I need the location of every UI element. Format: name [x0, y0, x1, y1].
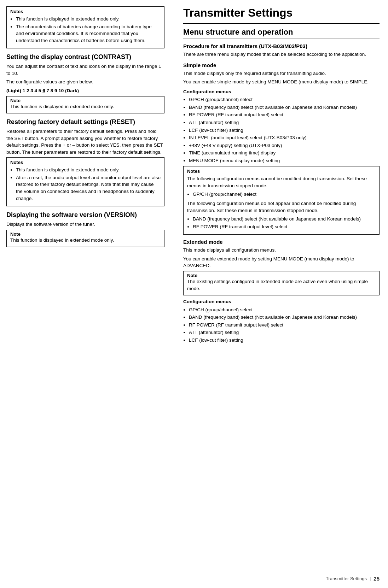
extended-mode-body1: This mode displays all configuration men… — [183, 247, 380, 254]
page-subtitle: Menu structure and operation — [183, 28, 380, 39]
simple-mode-notes-label: Notes — [187, 169, 376, 174]
procedure-title: Procedure for all transmitters (UTX-B03/… — [183, 43, 380, 49]
simple-mode-body1: This mode displays only the required set… — [183, 70, 380, 77]
simple-mode-title: Simple mode — [183, 62, 380, 68]
list-item: GP/CH (group/channel) select — [189, 306, 380, 313]
simple-mode-notes-box: Notes The following configuration menus … — [183, 166, 380, 235]
list-item: RF POWER (RF transmit output level) sele… — [189, 111, 380, 118]
display-contrast-body3: (Light) 1 2 3 4 5 6 7 8 9 10 (Dark) — [6, 87, 164, 94]
list-item: IN LEVEL (audio input level) select (UTX… — [189, 134, 380, 141]
top-notes-box: Notes This function is displayed in exte… — [6, 6, 164, 48]
list-item: GP/CH (group/channel) select — [189, 96, 380, 103]
footer-label: Transmitter Settings — [326, 576, 367, 581]
list-item: The characteristics of batteries change … — [16, 23, 161, 44]
list-item: RF POWER (RF transmit output level) sele… — [193, 223, 376, 230]
extended-mode-note-text: The existing settings configured in exte… — [187, 278, 376, 292]
restoring-title: Restoring factory default settings (RESE… — [6, 118, 164, 126]
software-version-note: Note This function is displayed in exten… — [6, 230, 164, 247]
list-item: BAND (frequency band) select (Not availa… — [193, 216, 376, 223]
list-item: ATT (attenuator) setting — [189, 329, 380, 336]
list-item: This function is displayed in extended m… — [16, 16, 161, 23]
restoring-notes-label: Notes — [10, 160, 161, 165]
list-item: LCF (low-cut filter) setting — [189, 337, 380, 344]
left-column: Notes This function is displayed in exte… — [0, 0, 173, 588]
list-item: After a reset, the audio output level an… — [16, 174, 161, 202]
display-contrast-body1: You can adjust the contrast of text and … — [6, 63, 164, 77]
extended-mode-config-list: GP/CH (group/channel) select BAND (frequ… — [189, 306, 380, 344]
software-version-body1: Displays the software version of the tun… — [6, 221, 164, 228]
simple-mode-notes-list1: GP/CH (group/channel) select — [193, 191, 376, 198]
display-contrast-note-label: Note — [10, 98, 161, 103]
simple-mode-notes-list2: BAND (frequency band) select (Not availa… — [193, 216, 376, 230]
software-version-note-text: This function is displayed in extended m… — [10, 237, 161, 244]
simple-mode-section: Simple mode This mode displays only the … — [183, 62, 380, 235]
software-version-note-label: Note — [10, 231, 161, 237]
top-notes-label: Notes — [10, 9, 161, 14]
extended-mode-section: Extended mode This mode displays all con… — [183, 239, 380, 343]
list-item: ATT (attenuator) setting — [189, 119, 380, 126]
list-item: BAND (frequency band) select (Not availa… — [189, 104, 380, 111]
simple-mode-body2: You can enable simple mode by setting ME… — [183, 78, 380, 86]
extended-mode-note-box: Note The existing settings configured in… — [183, 271, 380, 295]
procedure-section: Procedure for all transmitters (UTX-B03/… — [183, 43, 380, 58]
restoring-notes-box: Notes This function is displayed in exte… — [6, 157, 164, 206]
simple-mode-config-label: Configuration menus — [183, 88, 380, 95]
footer-bar: Transmitter Settings | 25 — [326, 576, 380, 582]
extended-mode-title: Extended mode — [183, 239, 380, 245]
extended-mode-config-label: Configuration menus — [183, 298, 380, 305]
footer-divider: | — [370, 576, 371, 581]
right-column: Transmitter Settings Menu structure and … — [173, 0, 388, 588]
restoring-body1: Restores all parameters to their factory… — [6, 128, 164, 155]
footer-page-number: 25 — [373, 576, 380, 582]
simple-mode-notes-body1: The following configuration menus cannot… — [187, 175, 376, 189]
extended-mode-body2: You can enable extended mode by setting … — [183, 255, 380, 269]
simple-mode-notes-body2: The following configuration menus do not… — [187, 200, 376, 214]
list-item: LCF (low-cut filter) setting — [189, 127, 380, 134]
list-item: RF POWER (RF transmit output level) sele… — [189, 322, 380, 329]
display-contrast-body2: The configurable values are given below. — [6, 78, 164, 86]
list-item: MENU MODE (menu display mode) setting — [189, 157, 380, 164]
simple-mode-config-list: GP/CH (group/channel) select BAND (frequ… — [189, 96, 380, 164]
list-item: BAND (frequency band) select (Not availa… — [189, 314, 380, 321]
top-notes-list: This function is displayed in extended m… — [16, 16, 161, 44]
display-contrast-note-text: This function is displayed in extended m… — [10, 103, 161, 110]
software-version-title: Displaying the software version (VERSION… — [6, 211, 164, 219]
display-contrast-section: Setting the display contrast (CONTRAST) … — [6, 53, 164, 113]
list-item: This function is displayed in extended m… — [16, 166, 161, 174]
list-item: GP/CH (group/channel) select — [193, 191, 376, 198]
restoring-notes-list: This function is displayed in extended m… — [16, 166, 161, 202]
procedure-body: There are three menu display modes that … — [183, 51, 380, 58]
list-item: +48V (+48 V supply) setting (UTX-P03 onl… — [189, 142, 380, 149]
restoring-section: Restoring factory default settings (RESE… — [6, 118, 164, 206]
extended-mode-note-label: Note — [187, 273, 376, 278]
display-contrast-title: Setting the display contrast (CONTRAST) — [6, 53, 164, 61]
page-main-title: Transmitter Settings — [183, 6, 380, 24]
display-contrast-note: Note This function is displayed in exten… — [6, 96, 164, 114]
list-item: TIME (accumulated running time) display — [189, 149, 380, 157]
software-version-section: Displaying the software version (VERSION… — [6, 211, 164, 247]
